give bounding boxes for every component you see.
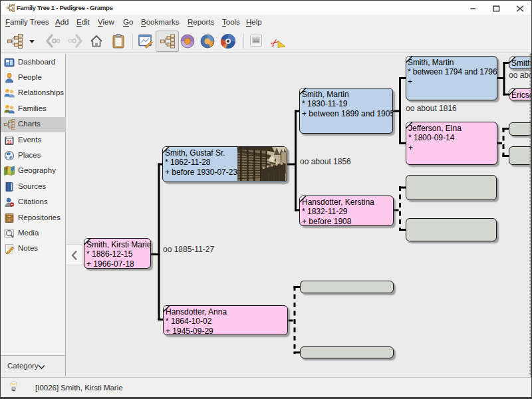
svg-text:31: 31 — [7, 139, 12, 144]
